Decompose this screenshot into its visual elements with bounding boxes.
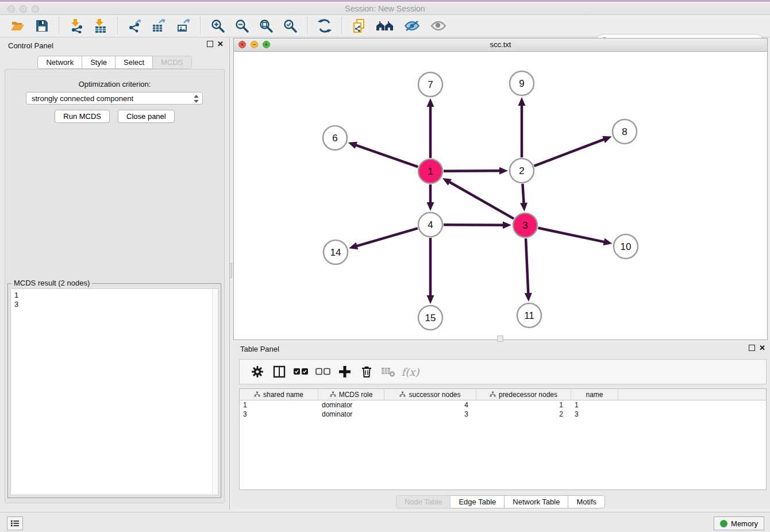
column-header-name[interactable]: name bbox=[571, 389, 618, 400]
network-view-window: × – + scc.txt 7968124314101511 bbox=[233, 38, 768, 340]
column-header-MCDS-role[interactable]: MCDS role bbox=[318, 389, 384, 400]
network-window-title: scc.txt bbox=[234, 40, 767, 49]
column-header-label: MCDS role bbox=[339, 391, 373, 399]
table-panel-close-icon[interactable]: ✕ bbox=[759, 345, 765, 351]
graph-node-label: 14 bbox=[330, 247, 341, 258]
table-row[interactable]: 1dominator411 bbox=[240, 400, 766, 410]
graph-node-label: 2 bbox=[519, 165, 524, 176]
close-panel-button[interactable]: Close panel bbox=[118, 110, 175, 123]
table-panel-float-icon[interactable] bbox=[749, 345, 755, 351]
tab-mcds[interactable]: MCDS bbox=[153, 56, 191, 69]
edge-arrowhead bbox=[427, 295, 434, 304]
graph-node-label: 8 bbox=[622, 126, 627, 137]
control-panel-float-icon[interactable] bbox=[207, 41, 213, 47]
table-tab-motifs[interactable]: Motifs bbox=[568, 495, 605, 508]
column-header-successor-nodes[interactable]: successor nodes bbox=[384, 389, 476, 400]
tab-network[interactable]: Network bbox=[37, 56, 82, 69]
edge-arrowhead bbox=[603, 238, 612, 246]
hide-selected-icon[interactable] bbox=[403, 18, 421, 33]
run-mcds-button[interactable]: Run MCDS bbox=[55, 110, 110, 123]
delete-column-trash-icon[interactable] bbox=[359, 364, 375, 380]
zoom-fit-icon[interactable] bbox=[259, 18, 274, 33]
table-cell[interactable]: 4 bbox=[384, 400, 476, 410]
export-network-icon[interactable] bbox=[128, 18, 143, 33]
network-resize-handle[interactable] bbox=[497, 336, 503, 342]
edge-arrowhead bbox=[602, 136, 611, 143]
toolbar-separator bbox=[200, 17, 201, 34]
open-session-icon[interactable] bbox=[10, 18, 25, 33]
edge-4-14[interactable] bbox=[356, 228, 418, 246]
toolbar-separator bbox=[307, 17, 308, 34]
tab-select[interactable]: Select bbox=[116, 56, 153, 69]
show-all-icon[interactable] bbox=[430, 18, 447, 33]
column-header-predecessor-nodes[interactable]: predecessor nodes bbox=[476, 389, 571, 400]
edge-4-3[interactable] bbox=[444, 225, 504, 225]
edge-1-2[interactable] bbox=[444, 171, 500, 171]
save-session-icon[interactable] bbox=[34, 18, 49, 33]
select-all-columns-icon[interactable] bbox=[293, 364, 309, 380]
edge-3-11[interactable] bbox=[526, 238, 528, 294]
table-toolbar: f(x) bbox=[239, 359, 767, 384]
export-image-icon[interactable] bbox=[176, 18, 191, 33]
table-cell[interactable]: 3 bbox=[240, 410, 318, 419]
column-header-label: predecessor nodes bbox=[499, 391, 557, 399]
tab-style[interactable]: Style bbox=[82, 56, 116, 69]
delete-table-icon[interactable] bbox=[380, 364, 396, 380]
network-canvas[interactable]: 7968124314101511 bbox=[234, 51, 767, 340]
clone-network-icon[interactable] bbox=[352, 18, 367, 33]
node-table-header: shared nameMCDS rolesuccessor nodesprede… bbox=[240, 389, 766, 400]
import-network-icon[interactable] bbox=[69, 18, 84, 33]
graph-node-label: 11 bbox=[524, 310, 534, 321]
edge-3-10[interactable] bbox=[538, 228, 605, 242]
table-cell[interactable]: 1 bbox=[476, 400, 571, 410]
table-cell[interactable]: 3 bbox=[571, 410, 618, 419]
table-tab-edge-table[interactable]: Edge Table bbox=[451, 495, 505, 508]
edge-2-3[interactable] bbox=[522, 184, 523, 204]
column-header-empty bbox=[618, 389, 766, 400]
table-cell[interactable]: 3 bbox=[384, 410, 476, 419]
control-panel-close-icon[interactable]: ✕ bbox=[217, 41, 224, 47]
table-cell[interactable]: dominator bbox=[318, 410, 384, 419]
column-header-label: name bbox=[586, 391, 603, 399]
show-columns-icon[interactable] bbox=[271, 364, 287, 380]
optimization-criterion-select[interactable]: strongly connected component bbox=[26, 92, 203, 105]
optimization-criterion-label: Optimization criterion: bbox=[5, 80, 224, 88]
graph-node-label: 10 bbox=[621, 241, 632, 252]
memory-button[interactable]: Memory bbox=[714, 516, 764, 530]
import-table-icon[interactable] bbox=[93, 18, 108, 33]
table-cell[interactable]: 2 bbox=[476, 410, 571, 419]
table-tab-network-table[interactable]: Network Table bbox=[505, 495, 568, 508]
table-cell[interactable]: 1 bbox=[240, 400, 318, 410]
zoom-selected-icon[interactable] bbox=[283, 18, 298, 33]
edge-3-1[interactable] bbox=[449, 182, 514, 218]
mcds-result-values: 1 3 bbox=[14, 291, 218, 309]
create-column-plus-icon[interactable] bbox=[337, 364, 353, 380]
toolbar-separator bbox=[59, 17, 60, 34]
zoom-out-icon[interactable] bbox=[234, 18, 249, 33]
table-tab-node-table[interactable]: Node Table bbox=[396, 495, 451, 508]
column-header-shared-name[interactable]: shared name bbox=[240, 389, 318, 400]
edge-arrowhead bbox=[427, 98, 434, 107]
home-pair-icon[interactable] bbox=[376, 18, 394, 33]
function-builder-icon[interactable]: f(x) bbox=[402, 364, 418, 380]
optimization-criterion-value: strongly connected component bbox=[32, 94, 133, 103]
table-cell[interactable]: 1 bbox=[571, 400, 618, 410]
show-panels-list-button[interactable] bbox=[7, 516, 23, 530]
table-settings-gear-icon[interactable] bbox=[249, 364, 265, 380]
result-scrollbar[interactable] bbox=[212, 289, 218, 495]
edge-1-6[interactable] bbox=[355, 145, 418, 167]
edge-arrowhead bbox=[518, 97, 526, 106]
deselect-all-columns-icon[interactable] bbox=[315, 364, 331, 380]
table-row[interactable]: 3dominator323 bbox=[240, 410, 766, 419]
table-cell[interactable]: dominator bbox=[318, 400, 384, 410]
edge-2-8[interactable] bbox=[534, 139, 605, 166]
panel-splitter-handle[interactable] bbox=[229, 263, 232, 278]
refresh-icon[interactable] bbox=[317, 18, 332, 33]
zoom-in-icon[interactable] bbox=[210, 18, 225, 33]
export-table-icon[interactable] bbox=[152, 18, 167, 33]
node-table[interactable]: shared nameMCDS rolesuccessor nodesprede… bbox=[239, 388, 767, 490]
graph-node-label: 6 bbox=[332, 133, 337, 144]
network-window-titlebar[interactable]: × – + scc.txt bbox=[234, 38, 767, 52]
graph-node-label: 15 bbox=[425, 313, 436, 323]
mcds-result-area[interactable]: 1 3 bbox=[10, 288, 218, 495]
